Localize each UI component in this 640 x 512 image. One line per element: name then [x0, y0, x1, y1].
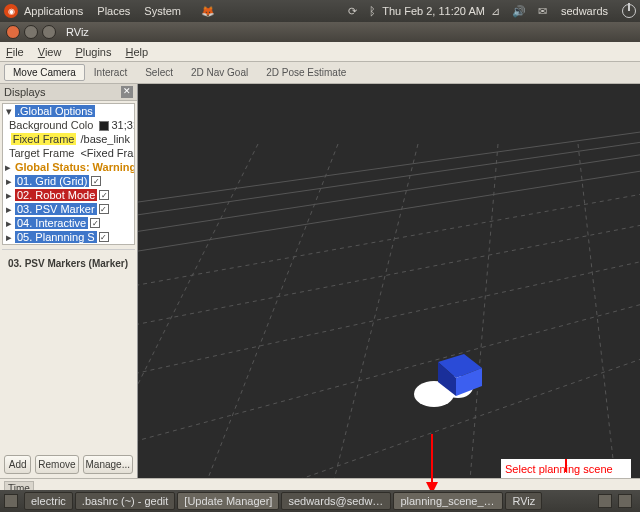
tree-target-frame-value[interactable]: <Fixed Frame> [78, 147, 134, 159]
ubuntu-logo-icon: ◉ [4, 4, 18, 18]
displays-close-button[interactable]: ✕ [121, 86, 133, 98]
tree-bg-color[interactable]: Background Colo [7, 119, 95, 131]
task-update-manager[interactable]: [Update Manager] [177, 492, 279, 510]
add-button[interactable]: Add [4, 455, 31, 474]
color-swatch-icon [99, 121, 109, 131]
tree-psv-markers[interactable]: 03. PSV Marker [15, 203, 97, 215]
task-electric[interactable]: electric [24, 492, 73, 510]
power-icon[interactable] [622, 4, 636, 18]
clock[interactable]: Thu Feb 2, 11:20 AM [382, 5, 485, 17]
expand-icon[interactable]: ▸ [5, 217, 13, 230]
window-title: RViz [66, 26, 89, 38]
checkbox[interactable]: ✓ [91, 176, 101, 186]
tree-grid[interactable]: 01. Grid (Grid) [15, 175, 89, 187]
show-desktop-icon[interactable] [4, 494, 18, 508]
svg-line-10 [138, 162, 640, 259]
svg-line-3 [138, 289, 640, 454]
updates-icon[interactable]: ⟳ [348, 5, 357, 18]
menu-file[interactable]: File [6, 46, 24, 58]
tree-bg-color-value[interactable]: 31;31;31 [97, 119, 134, 131]
expand-icon[interactable]: ▸ [5, 231, 13, 244]
tree-fixed-frame-value[interactable]: /base_link [78, 133, 132, 145]
svg-line-9 [578, 144, 618, 478]
ubuntu-bottom-panel: electric .bashrc (~) - gedit [Update Man… [0, 490, 640, 512]
tool-move-camera[interactable]: Move Camera [4, 64, 85, 81]
tool-select[interactable]: Select [136, 64, 182, 81]
menu-plugins[interactable]: Plugins [75, 46, 111, 58]
window-minimize-button[interactable] [24, 25, 38, 39]
svg-line-6 [198, 144, 338, 478]
window-close-button[interactable] [6, 25, 20, 39]
task-rviz[interactable]: RViz [505, 492, 542, 510]
displays-title-label: Displays [4, 86, 46, 98]
display-description: 03. PSV Markers (Marker) [2, 249, 135, 449]
tool-2d-pose-estimate[interactable]: 2D Pose Estimate [257, 64, 355, 81]
3d-viewport[interactable]: Select planning scene warehouse window [138, 84, 640, 478]
ubuntu-menu-applications[interactable]: Applications [24, 5, 83, 17]
manage-button[interactable]: Manage... [83, 455, 133, 474]
displays-panel: Displays ✕ ▾.Global Options Background C… [0, 84, 138, 478]
expand-icon[interactable]: ▸ [5, 203, 13, 216]
svg-line-12 [138, 134, 640, 222]
tree-planning-scene[interactable]: 05. Plannning S [15, 231, 97, 243]
task-terminal[interactable]: sedwards@sedwar... [281, 492, 391, 510]
svg-line-4 [138, 339, 640, 478]
workspace-switcher-icon[interactable] [598, 494, 612, 508]
svg-line-7 [328, 144, 418, 478]
checkbox[interactable]: ✓ [99, 232, 109, 242]
remove-button[interactable]: Remove [35, 455, 78, 474]
annotation-text: Select planning scene warehouse window [501, 459, 631, 478]
displays-panel-title: Displays ✕ [0, 84, 137, 101]
window-maximize-button[interactable] [42, 25, 56, 39]
tool-2d-nav-goal[interactable]: 2D Nav Goal [182, 64, 257, 81]
svg-line-1 [138, 214, 640, 334]
expand-icon[interactable]: ▸ [5, 161, 11, 174]
menu-help[interactable]: Help [126, 46, 149, 58]
expand-icon[interactable]: ▸ [5, 189, 13, 202]
volume-icon[interactable]: 🔊 [512, 5, 526, 18]
menubar: File View Plugins Help [0, 42, 640, 62]
tree-interactive[interactable]: 04. Interactive [15, 217, 88, 229]
checkbox[interactable]: ✓ [99, 190, 109, 200]
toolbar: Move Camera Interact Select 2D Nav Goal … [0, 62, 640, 84]
task-planning-scene[interactable]: planning_scene_wa... [393, 492, 503, 510]
network-icon[interactable]: ⊿ [491, 5, 500, 18]
grid-scene [138, 84, 640, 478]
trash-icon[interactable] [618, 494, 632, 508]
ubuntu-menu-places[interactable]: Places [97, 5, 130, 17]
tree-fixed-frame[interactable]: Fixed Frame [11, 133, 77, 145]
tree-robot-model[interactable]: 02. Robot Mode [15, 189, 97, 201]
mail-icon[interactable]: ✉ [538, 5, 547, 18]
menu-view[interactable]: View [38, 46, 62, 58]
svg-line-2 [138, 249, 640, 384]
checkbox[interactable]: ✓ [90, 218, 100, 228]
tree-target-frame[interactable]: Target Frame [7, 147, 76, 159]
displays-tree[interactable]: ▾.Global Options Background Colo31;31;31… [2, 103, 135, 245]
expand-icon[interactable]: ▸ [5, 175, 13, 188]
bluetooth-icon[interactable]: ᛒ [369, 5, 376, 17]
task-gedit[interactable]: .bashrc (~) - gedit [75, 492, 176, 510]
user-menu[interactable]: sedwards [561, 5, 608, 17]
tree-global-options[interactable]: .Global Options [15, 105, 95, 117]
ubuntu-top-panel: ◉ Applications Places System 🦊 ⟳ ᛒ Thu F… [0, 0, 640, 22]
checkbox[interactable]: ✓ [99, 204, 109, 214]
svg-line-11 [138, 146, 640, 239]
ubuntu-menu-system[interactable]: System [144, 5, 181, 17]
expand-icon[interactable]: ▾ [5, 105, 13, 118]
tool-interact[interactable]: Interact [85, 64, 136, 81]
tree-global-status[interactable]: Global Status: Warning [13, 161, 134, 173]
firefox-icon[interactable]: 🦊 [201, 5, 215, 18]
window-titlebar[interactable]: RViz [0, 22, 640, 42]
